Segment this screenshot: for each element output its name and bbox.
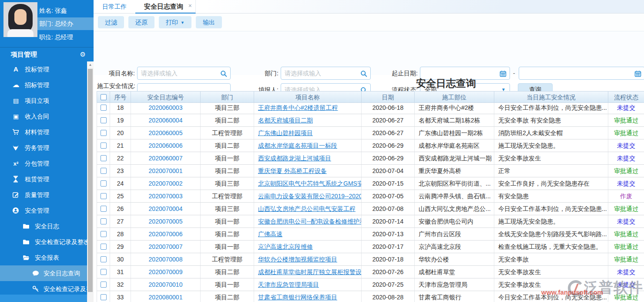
row-checkbox[interactable]: [101, 193, 107, 199]
sidebar-item[interactable]: 材料管理: [0, 124, 87, 140]
project-link[interactable]: 西安成都路龙湖上河城项目: [258, 155, 331, 162]
row-checkbox[interactable]: [101, 155, 107, 161]
log-number-link[interactable]: 2020070004: [149, 205, 183, 212]
row-checkbox[interactable]: [101, 143, 107, 149]
project-link[interactable]: 安徽合肥供电公司--配电设备检修维护和改造: [258, 218, 362, 225]
table-row: 322020070010项目一部天津市应急管理局项目2020-07-25天津市应…: [97, 278, 644, 291]
project-link[interactable]: 广佛高速: [258, 231, 282, 238]
project-link[interactable]: 山西弘文房地产总公司电气安装工程: [258, 205, 356, 212]
sidebar-item[interactable]: 安全检查记录及整: [0, 281, 87, 295]
row-checkbox[interactable]: [101, 294, 107, 300]
sidebar-item[interactable]: 安全日志查询: [0, 265, 87, 281]
log-number-link[interactable]: 2020070007: [149, 243, 183, 250]
tab[interactable]: 安全日志查询×: [135, 0, 196, 14]
log-number-link[interactable]: 2020070006: [149, 231, 183, 238]
row-checkbox[interactable]: [101, 244, 107, 250]
sidebar-item[interactable]: 质量管理: [0, 187, 87, 203]
log-number-link[interactable]: 2020070010: [149, 281, 183, 288]
sidebar-item[interactable]: ☁招标管理: [0, 77, 87, 93]
sidebar-item[interactable]: 安全日志: [0, 218, 87, 234]
row-checkbox[interactable]: [101, 256, 107, 262]
sidebar-item-label: 进度管理: [0, 299, 87, 302]
sidebar-scrollbar[interactable]: ▲: [87, 61, 94, 302]
sidebar-item-clipped[interactable]: 进度管理: [0, 299, 87, 302]
row-checkbox[interactable]: [101, 105, 107, 111]
sidebar-item[interactable]: ▣收入合同: [0, 109, 87, 124]
sidebar-section-project-management[interactable]: 项目管理 ⚙: [0, 47, 94, 61]
search-icon[interactable]: [360, 70, 367, 77]
row-checkbox[interactable]: [101, 168, 107, 174]
scroll-up-arrow-icon[interactable]: ▲: [87, 61, 94, 68]
location-cell: 成都水岸华庭名苑南区: [415, 139, 494, 152]
log-number-link[interactable]: 2020070005: [149, 218, 183, 225]
search-icon[interactable]: [220, 70, 227, 77]
log-number-link[interactable]: 2020080001: [149, 294, 183, 301]
column-header[interactable]: 日期: [362, 92, 415, 102]
toolbar-button[interactable]: 还原: [128, 16, 154, 28]
toolbar-button[interactable]: 输出: [196, 16, 222, 28]
sidebar-item[interactable]: x²分包管理: [0, 156, 87, 171]
project-link[interactable]: 北京朝阳区电气中芯特气系统之GMS安装: [258, 180, 362, 187]
row-checkbox[interactable]: [101, 206, 107, 212]
gear-icon[interactable]: ⚙: [80, 51, 86, 58]
column-header[interactable]: 序号: [110, 92, 131, 102]
project-link[interactable]: 成都杜甫草堂临时展厅独立展柜报警设备安装: [258, 268, 362, 275]
row-checkbox[interactable]: [101, 130, 107, 136]
column-header[interactable]: 项目名称: [254, 92, 362, 102]
toolbar-button[interactable]: 过滤: [98, 16, 124, 28]
log-number-link[interactable]: 2020060005: [149, 129, 183, 136]
row-checkbox[interactable]: [101, 231, 107, 237]
log-number-link[interactable]: 2020060004: [149, 117, 183, 124]
project-link[interactable]: 天津市应急管理局项目: [258, 281, 319, 288]
seq-cell: 32: [110, 278, 131, 291]
safety-icon: [12, 207, 20, 214]
sidebar-item[interactable]: 租赁管理: [0, 171, 87, 187]
column-header[interactable]: 施工部位: [415, 92, 494, 102]
close-icon[interactable]: ×: [188, 0, 192, 12]
log-number-link[interactable]: 2020070008: [149, 256, 183, 263]
user-title: 职位: 总经理: [39, 31, 94, 43]
log-number-link[interactable]: 2020070002: [149, 180, 183, 187]
department-input[interactable]: [285, 67, 359, 79]
sidebar-item[interactable]: A投标管理: [0, 61, 87, 77]
log-number-link[interactable]: 2020060003: [149, 104, 183, 111]
sidebar-item[interactable]: 安全检查记录及整改: [0, 234, 87, 250]
project-link[interactable]: 广东佛山碧桂园项目: [258, 129, 313, 136]
project-link[interactable]: 王府井商务中心#2楼遗留工程: [258, 104, 338, 111]
project-link[interactable]: 重庆华夏 外高桥工程设备: [258, 167, 327, 174]
row-checkbox[interactable]: [101, 269, 107, 275]
project-link[interactable]: 京沪高速北京段维修: [258, 243, 313, 250]
toolbar-button[interactable]: 打印▼: [159, 16, 191, 28]
sidebar-item[interactable]: 安全报表: [0, 250, 87, 265]
column-header[interactable]: 安全日志编号: [131, 92, 201, 102]
row-checkbox[interactable]: [101, 180, 107, 187]
date-end-input[interactable]: [523, 67, 633, 79]
tab[interactable]: 日常工作: [94, 0, 135, 14]
project-name-input[interactable]: [141, 67, 219, 79]
scrollbar-thumb[interactable]: [88, 69, 93, 292]
column-header[interactable]: 部门: [201, 92, 254, 102]
log-number-link[interactable]: 2020070009: [149, 268, 183, 275]
calendar-icon[interactable]: [500, 70, 506, 77]
row-checkbox[interactable]: [101, 282, 107, 288]
row-checkbox[interactable]: [101, 117, 107, 123]
project-link[interactable]: 华软办公楼增加视频监控项目: [258, 256, 337, 263]
sidebar-item[interactable]: ▤项目立项: [0, 93, 87, 109]
log-number-link[interactable]: 2020060006: [149, 142, 183, 149]
project-link[interactable]: 名都天府城项目二期: [258, 117, 313, 124]
project-link[interactable]: 成都水岸华庭名苑项目一标段: [258, 142, 337, 149]
project-link[interactable]: 甘肃省工商银行网络保养项目: [258, 294, 337, 301]
column-header[interactable]: 当日施工安全情况: [494, 92, 608, 102]
sidebar-item[interactable]: 劳务管理: [0, 140, 87, 156]
select-all-checkbox[interactable]: [101, 94, 107, 100]
log-number-link[interactable]: 2020070001: [149, 167, 183, 174]
column-header[interactable]: 流程状态: [608, 92, 644, 102]
project-link[interactable]: 云南电力设备安装有限公司2019--2020年度: [258, 193, 362, 200]
row-checkbox[interactable]: [101, 218, 107, 224]
log-number-link[interactable]: 2020060007: [149, 155, 183, 162]
log-number-link[interactable]: 2020070003: [149, 193, 183, 200]
calendar-icon[interactable]: [634, 70, 641, 77]
sidebar-item[interactable]: 安全管理: [0, 203, 87, 218]
project-cell: 重庆华夏 外高桥工程设备: [254, 165, 362, 177]
status-cell: 审批通过: [608, 241, 644, 253]
